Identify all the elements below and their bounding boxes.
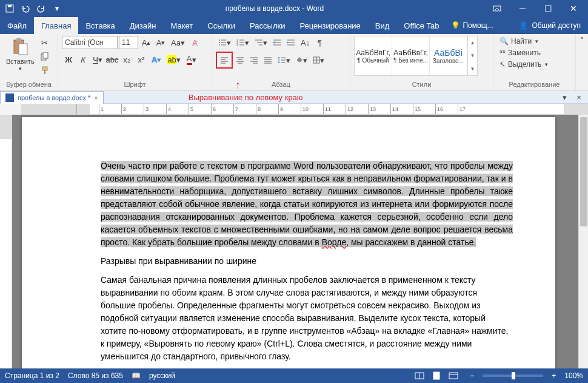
doc-tab[interactable]: пробелы в ворде.docx * × <box>0 91 104 104</box>
title-bar: ▾ пробелы в ворде.docx - Word ─ ☐ ✕ <box>0 0 588 17</box>
cut-button[interactable]: ✂ <box>38 36 52 49</box>
align-justify-button[interactable] <box>261 53 275 67</box>
svg-rect-2 <box>493 6 501 11</box>
highlight-button[interactable]: ab▾ <box>165 53 182 66</box>
font-name-combo[interactable]: Calibri (Осн <box>62 36 118 49</box>
undo-button[interactable] <box>18 1 33 16</box>
tab-home[interactable]: Главная <box>34 17 78 34</box>
tab-file[interactable]: Файл <box>0 17 34 34</box>
tab-design[interactable]: Дизайн <box>122 17 164 34</box>
chevron-down-icon: ▼ <box>18 66 22 72</box>
shrink-font-button[interactable]: A▾ <box>154 36 167 49</box>
increase-indent-button[interactable] <box>284 36 298 49</box>
print-layout-button[interactable] <box>429 370 444 382</box>
tab-office-tab[interactable]: Office Tab <box>396 17 446 34</box>
window-controls: ─ ☐ ✕ <box>485 0 586 17</box>
svg-point-14 <box>219 44 220 46</box>
italic-button[interactable]: К <box>76 53 90 66</box>
sort-button[interactable]: A↓ <box>298 36 312 49</box>
zoom-slider[interactable] <box>483 375 543 377</box>
change-case-button[interactable]: Aa▾ <box>169 36 187 49</box>
shading-button[interactable]: ▾ <box>293 53 310 67</box>
tab-references[interactable]: Ссылки <box>200 17 242 34</box>
show-marks-button[interactable]: ¶ <box>313 36 326 49</box>
vertical-scrollbar[interactable] <box>578 115 588 368</box>
word-count[interactable]: Слово 85 из 635 <box>68 371 123 380</box>
read-mode-button[interactable] <box>412 370 427 382</box>
ruler-horizontal[interactable]: 1 2 3 4 5 6 7 8 9 10 11 12 13 14 15 16 1… <box>0 104 588 115</box>
group-clipboard: Вставить ▼ ✂ Буфер обмена <box>0 34 58 90</box>
underline-button[interactable]: Ч▾ <box>91 53 104 66</box>
clear-formatting-button[interactable]: A̷ <box>189 36 202 49</box>
group-styles: АаБбВвГг, ¶ Обычный АаБбВвГг, ¶ Без инте… <box>350 34 493 90</box>
bold-button[interactable]: Ж <box>62 53 75 66</box>
align-right-button[interactable] <box>247 53 261 67</box>
styles-gallery[interactable]: АаБбВвГг, ¶ Обычный АаБбВвГг, ¶ Без инте… <box>354 36 478 76</box>
font-label: Шрифт <box>62 81 208 90</box>
grow-font-button[interactable]: A▴ <box>139 36 153 49</box>
copy-button[interactable] <box>38 50 52 63</box>
close-all-tabs-button[interactable]: × <box>572 90 586 104</box>
bullets-button[interactable]: ▾ <box>216 36 233 49</box>
style-heading1[interactable]: АаБбВі Заголово... <box>430 36 467 75</box>
tab-review[interactable]: Рецензирование <box>292 17 367 34</box>
language-status[interactable]: русский <box>149 371 175 380</box>
borders-button[interactable]: ▾ <box>310 53 327 67</box>
spell-check-icon[interactable]: 📖 <box>132 371 141 380</box>
window-title: пробелы в ворде.docx - Word <box>64 4 485 13</box>
decrease-indent-button[interactable] <box>270 36 284 49</box>
group-paragraph: ▾ 123▾ ▾ A↓ ¶ ▾ ▾ ▾ <box>212 34 350 90</box>
line-spacing-button[interactable]: ▾ <box>275 53 293 67</box>
tell-me-button[interactable]: 💡Помощ... <box>446 17 498 34</box>
minimize-button[interactable]: ─ <box>510 0 535 17</box>
replace-icon: ᵃᵇ <box>499 49 506 57</box>
qat-customize[interactable]: ▾ <box>50 1 64 16</box>
page-scroll[interactable]: Очень часто при работе с текстом в прогр… <box>12 115 578 368</box>
redo-button[interactable] <box>34 1 48 16</box>
style-no-spacing[interactable]: АаБбВвГг, ¶ Без инте... <box>392 36 430 75</box>
tab-layout[interactable]: Макет <box>163 17 200 34</box>
close-button[interactable]: ✕ <box>561 0 586 17</box>
text-effects-button[interactable]: A▾ <box>149 53 164 66</box>
svg-rect-1 <box>8 5 12 7</box>
style-normal[interactable]: АаБбВвГг, ¶ Обычный <box>355 36 392 75</box>
format-painter-button[interactable] <box>38 64 52 77</box>
page[interactable]: Очень часто при работе с текстом в прогр… <box>22 117 555 368</box>
scroll-thumb[interactable] <box>580 117 587 226</box>
tab-insert[interactable]: Вставка <box>78 17 122 34</box>
maximize-button[interactable]: ☐ <box>536 0 560 17</box>
select-button[interactable]: ↖Выделить▼ <box>497 59 551 70</box>
align-center-button[interactable] <box>233 53 247 67</box>
web-layout-button[interactable] <box>446 370 461 382</box>
ribbon-options-button[interactable] <box>485 0 509 17</box>
superscript-button[interactable]: x² <box>135 53 148 66</box>
close-tab-icon[interactable]: × <box>94 94 98 101</box>
collapse-ribbon[interactable]: ˄ <box>576 34 588 90</box>
subscript-button[interactable]: x₂ <box>120 53 133 66</box>
replace-button[interactable]: ᵃᵇЗаменить <box>497 47 551 58</box>
word-doc-icon <box>5 93 14 102</box>
align-left-highlight <box>216 52 233 69</box>
page-status[interactable]: Страница 1 из 2 <box>5 371 59 380</box>
paste-button[interactable]: Вставить ▼ <box>4 36 37 73</box>
font-size-combo[interactable]: 11 <box>119 36 138 49</box>
share-button[interactable]: 👤Общий доступ <box>512 17 588 34</box>
zoom-out-button[interactable]: − <box>470 371 474 380</box>
tablist-button[interactable]: ▾ <box>558 90 571 104</box>
tab-mailings[interactable]: Рассылки <box>242 17 292 34</box>
ruler-vertical[interactable] <box>0 115 12 368</box>
find-button[interactable]: 🔍Найти▼ <box>497 36 551 47</box>
tab-view[interactable]: Вид <box>368 17 397 34</box>
paste-icon <box>10 37 30 56</box>
save-button[interactable] <box>2 1 17 16</box>
font-color-button[interactable]: A▾ <box>184 53 199 66</box>
svg-rect-7 <box>43 52 48 58</box>
strikethrough-button[interactable]: abc <box>105 53 119 66</box>
zoom-level[interactable]: 100% <box>564 371 583 380</box>
numbering-button[interactable]: 123▾ <box>234 36 252 49</box>
zoom-in-button[interactable]: + <box>552 371 556 380</box>
multilevel-button[interactable]: ▾ <box>252 36 270 49</box>
styles-more[interactable]: ▲▼▼ <box>467 36 477 75</box>
align-left-button[interactable] <box>218 53 231 67</box>
document-text[interactable]: Очень часто при работе с текстом в прогр… <box>101 160 513 363</box>
